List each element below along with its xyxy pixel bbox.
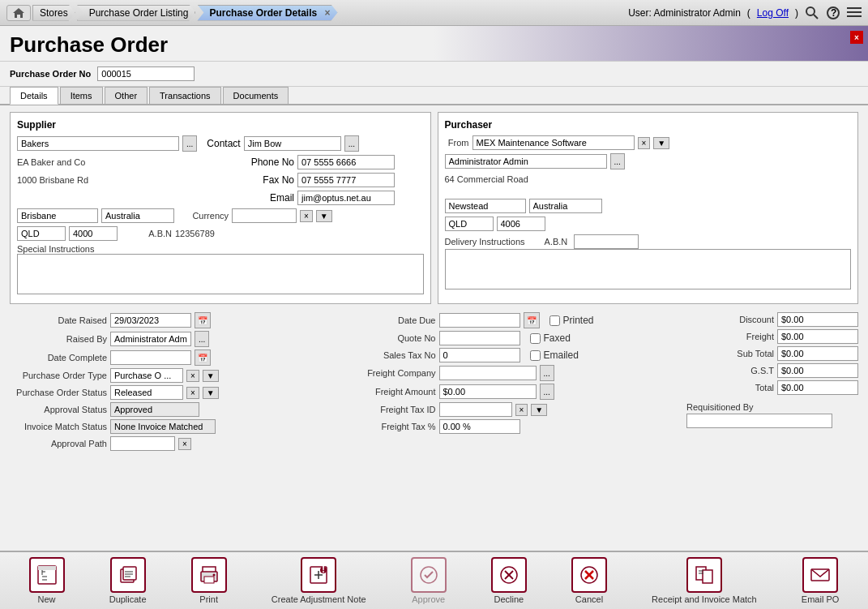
home-button[interactable] (6, 5, 31, 21)
state-input[interactable] (17, 226, 66, 241)
tab-transactions[interactable]: Transactions (149, 87, 221, 104)
po-type-clear-button[interactable]: × (186, 370, 199, 382)
total-row: Total (686, 380, 858, 395)
approval-path-input[interactable] (110, 436, 175, 451)
freight-tax-id-input[interactable] (439, 402, 512, 417)
from-clear-button[interactable]: × (638, 137, 651, 149)
purchaser-postcode-input[interactable] (497, 217, 545, 231)
breadcrumb-stores[interactable]: Stores (32, 5, 75, 21)
po-type-input[interactable] (110, 368, 183, 383)
country-input[interactable] (101, 208, 174, 223)
freight-tax-pct-input[interactable] (439, 419, 520, 434)
new-button[interactable]: New (26, 555, 68, 606)
city-input[interactable] (17, 208, 98, 223)
discount-input[interactable] (777, 312, 858, 327)
page-title: Purchase Order (10, 32, 858, 58)
purchaser-state-row (445, 217, 852, 231)
date-due-calendar-button[interactable]: 📅 (524, 312, 540, 328)
duplicate-button[interactable]: Duplicate (106, 555, 150, 606)
abn-label: A.B.N (127, 229, 172, 238)
date-due-input[interactable] (439, 313, 520, 328)
freight-val-input[interactable] (777, 329, 858, 344)
contact-input[interactable] (244, 136, 341, 151)
requisitioned-by-input[interactable] (686, 414, 832, 428)
raised-by-row: Raised By ... (10, 331, 345, 347)
decline-button[interactable]: Decline (488, 555, 530, 606)
from-input[interactable] (472, 135, 635, 150)
from-dropdown-button[interactable]: ▼ (653, 137, 669, 149)
help-icon[interactable]: ? (826, 6, 840, 20)
delivery-abn-input[interactable] (574, 234, 639, 249)
date-complete-calendar-button[interactable]: 📅 (195, 350, 211, 366)
po-status-dropdown-button[interactable]: ▼ (203, 387, 219, 399)
total-input[interactable] (777, 380, 858, 395)
supplier-title: Supplier (17, 119, 424, 131)
logoff-link[interactable]: Log Off (757, 7, 789, 19)
raised-by-lookup-button[interactable]: ... (195, 331, 209, 347)
fax-input[interactable] (297, 173, 395, 187)
po-status-clear-button[interactable]: × (186, 387, 199, 399)
breadcrumb-listing[interactable]: Purchase Order Listing (77, 5, 196, 21)
discount-row: Discount (686, 312, 858, 327)
tab-details[interactable]: Details (10, 87, 58, 105)
approval-path-clear-button[interactable]: × (178, 438, 191, 450)
date-raised-input[interactable] (110, 313, 191, 328)
contact-lookup-button[interactable]: ... (344, 135, 359, 152)
freight-amount-lookup-button[interactable]: ... (540, 384, 554, 400)
purchaser-country-input[interactable] (529, 199, 602, 213)
quote-no-row: Quote No Faxed (355, 331, 681, 345)
tab-other[interactable]: Other (105, 87, 148, 104)
print-button[interactable]: Print (188, 555, 230, 606)
delivery-label: Delivery Instructions (445, 237, 525, 247)
raised-by-input[interactable] (110, 332, 191, 346)
tab-close-icon[interactable]: × (325, 7, 331, 19)
date-complete-input[interactable] (110, 350, 191, 365)
freight-tax-id-dropdown-button[interactable]: ▼ (531, 404, 547, 416)
special-instructions-input[interactable] (17, 254, 424, 294)
po-number-input[interactable] (97, 66, 195, 81)
printed-checkbox[interactable] (549, 315, 560, 326)
create-adjustment-button[interactable]: ! Create Adjustment Note (268, 555, 370, 606)
admin-input[interactable] (445, 154, 607, 169)
currency-clear-button[interactable]: × (300, 210, 313, 222)
po-type-dropdown-button[interactable]: ▼ (203, 370, 219, 382)
freight-company-input[interactable] (439, 366, 537, 380)
supplier-lookup-button[interactable]: ... (182, 135, 197, 152)
date-due-row: Date Due 📅 Printed (355, 312, 681, 328)
menu-icon[interactable] (847, 7, 862, 19)
purchaser-city-input[interactable] (445, 199, 526, 213)
po-status-input[interactable] (110, 385, 183, 400)
emailed-checkbox[interactable] (530, 350, 541, 361)
freight-company-lookup-button[interactable]: ... (540, 365, 554, 381)
sales-tax-input[interactable] (439, 348, 520, 362)
faxed-checkbox[interactable] (530, 333, 541, 344)
approve-button[interactable]: Approve (408, 555, 450, 606)
quote-no-input[interactable] (439, 331, 520, 345)
cancel-button[interactable]: Cancel (568, 555, 610, 606)
raised-by-label: Raised By (10, 334, 107, 344)
gst-input[interactable] (777, 363, 858, 378)
approval-status-row: Approval Status (10, 402, 345, 417)
email-po-button[interactable]: Email PO (798, 555, 842, 606)
currency-input[interactable] (232, 208, 297, 223)
tab-documents[interactable]: Documents (223, 87, 289, 104)
subtotal-input[interactable] (777, 346, 858, 361)
postcode-input[interactable] (69, 226, 118, 241)
close-button[interactable]: × (850, 31, 863, 44)
admin-lookup-button[interactable]: ... (610, 153, 625, 169)
delivery-instructions-input[interactable] (445, 249, 852, 289)
currency-dropdown-button[interactable]: ▼ (316, 210, 332, 222)
supplier-name-input[interactable] (17, 136, 179, 151)
freight-tax-id-clear-button[interactable]: × (515, 404, 528, 416)
breadcrumb-details[interactable]: Purchase Order Details × (197, 5, 337, 21)
freight-amount-input[interactable] (439, 384, 537, 399)
total-label: Total (729, 383, 774, 392)
tab-items[interactable]: Items (60, 87, 103, 104)
purchaser-state-input[interactable] (445, 217, 494, 231)
phone-input[interactable] (297, 155, 395, 169)
receipt-label: Receipt and Invoice Match (652, 594, 757, 604)
date-raised-calendar-button[interactable]: 📅 (195, 312, 211, 328)
email-input[interactable] (297, 191, 395, 205)
receipt-button[interactable]: Receipt and Invoice Match (648, 555, 760, 606)
search-icon[interactable] (805, 6, 819, 20)
